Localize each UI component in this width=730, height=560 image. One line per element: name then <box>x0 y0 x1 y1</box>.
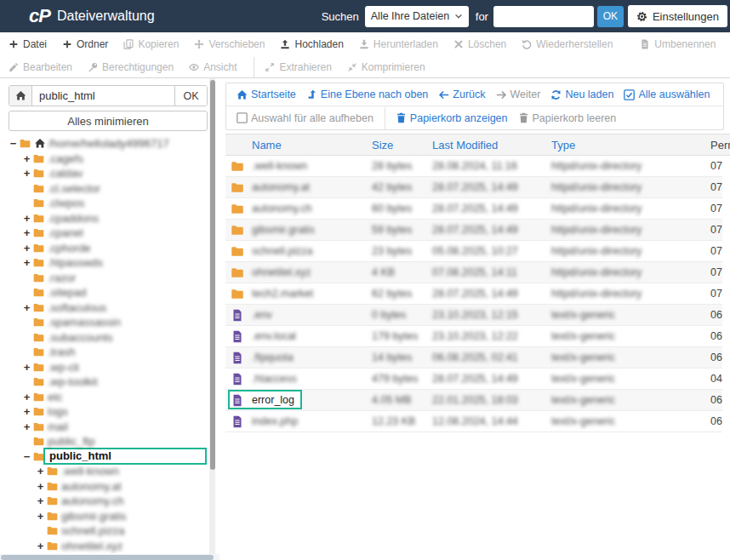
toolbar-move-button[interactable]: Verschieben <box>194 38 265 50</box>
toolbar-compress-button[interactable]: Komprimieren <box>347 61 425 73</box>
tree-item-schnell.pizza[interactable]: schnell.pizza <box>0 523 209 539</box>
file-row-.htaccess[interactable]: .htaccess479 bytes28.07.2025, 14:49text/… <box>225 369 722 390</box>
toolbar-view-button[interactable]: Ansicht <box>189 61 237 73</box>
tree-item-.cphorde[interactable]: +.cphorde <box>0 241 209 256</box>
column-header-type[interactable]: Type <box>551 139 710 151</box>
file-row-tech2.market[interactable]: tech2.market62 bytes28.07.2025, 14:49htt… <box>225 283 722 305</box>
tree-item-.well-known[interactable]: +.well-known <box>0 464 209 479</box>
tree-item-.trash[interactable]: .trash <box>0 345 209 360</box>
expand-icon[interactable]: + <box>21 256 32 269</box>
nav-unselect-all-link[interactable]: Auswahl für alle aufheben <box>237 112 374 124</box>
toolbar-delete-button[interactable]: Löschen <box>453 38 506 50</box>
tree-item-.spamassassin[interactable]: .spamassassin <box>0 315 209 330</box>
tree-item-.subaccounts[interactable]: .subaccounts <box>0 330 209 346</box>
tree-item-public_html[interactable]: −public_html <box>0 449 209 465</box>
tree-item-etc[interactable]: +etc <box>0 390 209 405</box>
file-row-autonomy.ch[interactable]: autonomy.ch60 bytes28.07.2025, 14:49http… <box>225 198 722 220</box>
collapse-all-button[interactable]: Alles minimieren <box>9 111 208 131</box>
nav-up-one-level-link[interactable]: Eine Ebene nach oben <box>306 89 429 100</box>
toolbar-new-folder-button[interactable]: Ordner <box>62 38 108 50</box>
settings-button[interactable]: Einstellungen <box>628 5 727 27</box>
file-row-autonomy.at[interactable]: autonomy.at42 bytes28.07.2025, 14:49http… <box>225 177 722 198</box>
search-ok-button[interactable]: OK <box>597 6 624 27</box>
column-header-size[interactable]: Size <box>372 139 432 151</box>
toolbar-upload-button[interactable]: Hochladen <box>280 38 343 50</box>
column-header-permissions[interactable]: Permissions <box>710 139 730 151</box>
search-scope-select[interactable]: Alle Ihre Dateien <box>365 6 469 27</box>
nav-back-link[interactable]: Zurück <box>438 89 485 100</box>
tree-item-ohnetitel.xyz[interactable]: +ohnetitel.xyz <box>0 539 209 554</box>
file-row-ohnetitel.xyz[interactable]: ohnetitel.xyz4 KB07.08.2025, 14:11httpd/… <box>225 262 722 283</box>
toolbar-permissions-button[interactable]: Berechtigungen <box>88 61 174 73</box>
collapse-icon[interactable]: − <box>8 137 19 150</box>
tree-item-.htpasswds[interactable]: +.htpasswds <box>0 255 209 271</box>
expand-icon[interactable]: + <box>21 391 32 403</box>
scrollbar-thumb[interactable] <box>210 80 215 470</box>
toolbar-copy-button[interactable]: Kopieren <box>123 38 179 50</box>
toolbar-rename-button[interactable]: Umbenennen <box>640 38 716 50</box>
tree-item-gibsmir.gratis[interactable]: +gibsmir.gratis <box>0 509 209 524</box>
toolbar-new-file-button[interactable]: Datei <box>9 38 47 50</box>
expand-icon[interactable]: + <box>21 420 32 433</box>
file-row-.ftpquota[interactable]: .ftpquota14 bytes06.08.2025, 02:41text/x… <box>225 347 722 369</box>
expand-icon[interactable]: + <box>21 361 32 374</box>
tree-item-autonomy.at[interactable]: +autonomy.at <box>0 479 209 494</box>
column-header-last-modified[interactable]: Last Modified <box>432 139 551 151</box>
expand-icon[interactable]: + <box>35 480 46 493</box>
nav-view-trash-link[interactable]: Papierkorb anzeigen <box>396 112 508 124</box>
nav-home-link[interactable]: Startseite <box>237 89 296 100</box>
expand-icon[interactable]: + <box>35 540 46 552</box>
path-input[interactable] <box>32 86 174 106</box>
expand-icon[interactable]: + <box>21 212 32 225</box>
tree-item--home-hellolady4996717[interactable]: −/home/hellolady4996717 <box>0 136 209 151</box>
tree-item-.softaculous[interactable]: +.softaculous <box>0 300 209 316</box>
file-row-error_log[interactable]: error_log4.05 MB22.01.2025, 18:03text/x-… <box>225 390 722 411</box>
tree-item-label: .razor <box>48 271 76 284</box>
toolbar-restore-button[interactable]: Wiederherstellen <box>522 38 613 50</box>
collapse-icon[interactable]: − <box>21 450 32 463</box>
tree-item-public_ftp[interactable]: public_ftp <box>0 434 209 449</box>
tree-horizontal-scrollbar[interactable] <box>0 554 220 560</box>
tree-item-.cagefs[interactable]: +.cagefs <box>0 151 209 167</box>
nav-reload-link[interactable]: Neu laden <box>550 89 613 100</box>
tree-item-.cl.selector[interactable]: .cl.selector <box>0 181 209 197</box>
nav-select-all-link[interactable]: Alle auswählen <box>624 89 710 100</box>
tree-item-.caldav[interactable]: +.caldav <box>0 166 209 181</box>
file-row-.env.local[interactable]: .env.local179 bytes23.10.2023, 12:22text… <box>225 326 722 347</box>
search-input[interactable] <box>493 6 594 27</box>
toolbar-extract-button[interactable]: Extrahieren <box>265 61 331 73</box>
tree-item-.cpanel[interactable]: +.cpanel <box>0 226 209 241</box>
tree-item-logs[interactable]: +logs <box>0 404 209 420</box>
expand-icon[interactable]: + <box>35 510 46 523</box>
expand-icon[interactable]: + <box>35 494 46 507</box>
tree-item-.wp-cli[interactable]: +.wp-cli <box>0 360 209 375</box>
tree-item-autonomy.ch[interactable]: +autonomy.ch <box>0 494 209 509</box>
scrollbar-thumb[interactable] <box>1 555 214 560</box>
tree-item-.cpaddons[interactable]: +.cpaddons <box>0 211 209 226</box>
toolbar-edit-button[interactable]: Bearbeiten <box>9 61 72 73</box>
expand-icon[interactable]: + <box>21 167 32 180</box>
tree-vertical-scrollbar[interactable] <box>209 78 215 560</box>
expand-icon[interactable]: + <box>21 405 32 418</box>
expand-icon[interactable]: + <box>21 301 32 314</box>
tree-item-.wp-toolkit[interactable]: .wp-toolkit <box>0 374 209 390</box>
expand-icon[interactable]: + <box>21 242 32 254</box>
home-button[interactable] <box>9 86 32 106</box>
nav-forward-link[interactable]: Weiter <box>496 89 541 100</box>
expand-icon[interactable]: + <box>21 226 32 239</box>
file-row-gibsmir.gratis[interactable]: gibsmir.gratis59 bytes28.07.2025, 14:49h… <box>225 220 722 241</box>
nav-empty-trash-link[interactable]: Papierkorb leeren <box>518 112 617 124</box>
file-row-schnell.pizza[interactable]: schnell.pizza23 bytes05.08.2025, 10:27ht… <box>225 241 722 262</box>
tree-item-.clwpos[interactable]: .clwpos <box>0 196 209 211</box>
column-header-name[interactable]: Name <box>248 139 372 151</box>
tree-item-.sitepad[interactable]: .sitepad <box>0 285 209 300</box>
file-row-.well-known[interactable]: .well-known28 bytes28.08.2024, 11:16http… <box>225 156 722 177</box>
file-row-index.php[interactable]: index.php12.23 KB12.08.2024, 14:44text/x… <box>225 411 722 432</box>
toolbar-download-button[interactable]: Herunterladen <box>359 38 438 50</box>
tree-item-.razor[interactable]: .razor <box>0 271 209 286</box>
tree-item-mail[interactable]: +mail <box>0 420 209 435</box>
file-row-.env[interactable]: .env0 bytes23.10.2023, 12:15text/x-gener… <box>225 305 722 326</box>
expand-icon[interactable]: + <box>35 465 46 477</box>
expand-icon[interactable]: + <box>21 152 32 165</box>
path-ok-button[interactable]: OK <box>174 86 207 106</box>
